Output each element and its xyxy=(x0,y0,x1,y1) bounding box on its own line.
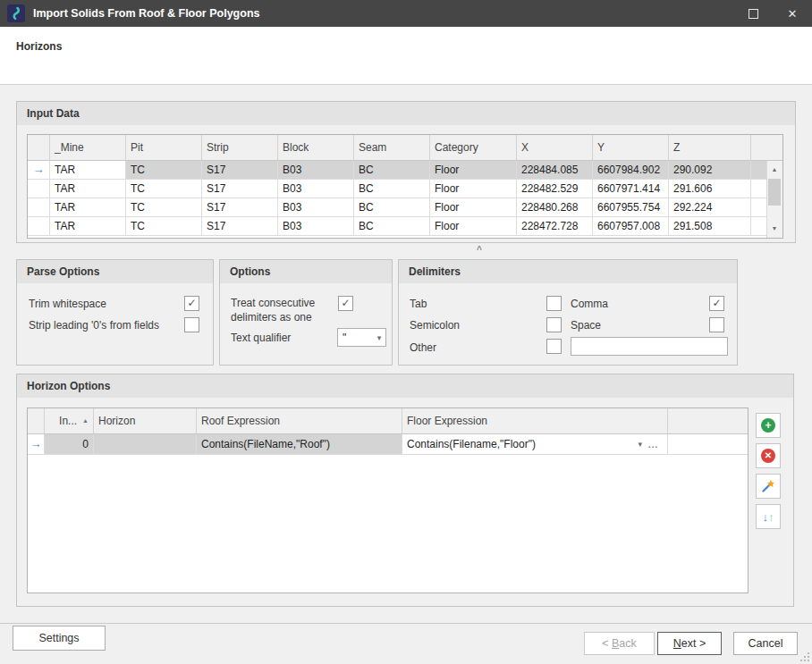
input-column-header[interactable]: Seam xyxy=(354,135,430,161)
table-cell[interactable]: B03 xyxy=(278,198,354,217)
input-table-row[interactable]: TARTCS17B03BCFloor228480.2686607955.7542… xyxy=(28,198,782,217)
table-cell[interactable]: 228482.529 xyxy=(517,180,593,198)
table-cell[interactable]: S17 xyxy=(202,180,278,198)
table-cell[interactable]: 228484.085 xyxy=(517,161,593,180)
parse-options-group: Parse Options Trim whitespace ✓ Strip le… xyxy=(16,259,214,366)
index-cell[interactable]: 0 xyxy=(45,434,94,455)
input-header-indicator xyxy=(28,135,50,161)
roof-expression-cell[interactable]: Contains(FileName,"Roof") xyxy=(197,434,402,455)
input-column-header[interactable]: X xyxy=(517,135,593,161)
table-cell[interactable]: 292.224 xyxy=(669,198,751,217)
input-table-row[interactable]: TARTCS17B03BCFloor228472.7286607957.0082… xyxy=(28,217,782,236)
space-checkbox[interactable] xyxy=(709,317,724,332)
sort-ascending-icon: ▲ xyxy=(82,417,89,424)
options-group-title: Options xyxy=(220,260,392,283)
delete-row-button[interactable]: ✕ xyxy=(756,443,781,468)
table-cell[interactable]: Floor xyxy=(430,180,517,198)
table-cell[interactable]: B03 xyxy=(278,161,354,180)
ellipsis-button[interactable]: … xyxy=(647,434,663,454)
input-table-row[interactable]: →TARTCS17B03BCFloor228484.0856607984.902… xyxy=(28,161,782,180)
auto-generate-button[interactable] xyxy=(756,474,781,499)
scroll-up-icon[interactable]: ▲ xyxy=(767,163,782,177)
options-group: Options Treat consecutive delimiters as … xyxy=(219,259,393,366)
input-column-header[interactable]: Z xyxy=(669,135,751,161)
semicolon-label: Semicolon xyxy=(410,319,460,332)
table-cell[interactable]: BC xyxy=(354,161,430,180)
table-cell[interactable]: 228472.728 xyxy=(517,217,593,236)
input-table-row[interactable]: TARTCS17B03BCFloor228482.5296607971.4142… xyxy=(28,180,782,198)
close-icon: ✕ xyxy=(788,7,798,21)
table-cell[interactable]: B03 xyxy=(278,217,354,236)
input-column-header[interactable]: Strip xyxy=(202,135,278,161)
table-cell[interactable]: TAR xyxy=(50,198,126,217)
close-button[interactable]: ✕ xyxy=(773,0,812,27)
horizon-column-roof[interactable]: Roof Expression xyxy=(197,408,402,434)
input-table[interactable]: _MinePitStripBlockSeamCategoryXYZ →TARTC… xyxy=(27,134,783,239)
chevron-down-icon[interactable]: ▾ xyxy=(632,434,647,454)
horizon-cell[interactable] xyxy=(94,434,197,455)
table-cell[interactable]: 291.606 xyxy=(669,180,751,198)
table-cell[interactable]: TC xyxy=(126,217,202,236)
input-table-header-row: _MinePitStripBlockSeamCategoryXYZ xyxy=(28,135,782,161)
scroll-thumb[interactable] xyxy=(768,179,781,206)
table-cell[interactable]: TAR xyxy=(50,180,126,198)
add-row-button[interactable]: + xyxy=(756,413,781,438)
table-cell[interactable]: TAR xyxy=(50,217,126,236)
current-row-indicator: → xyxy=(28,434,45,455)
table-cell[interactable]: Floor xyxy=(430,198,517,217)
other-checkbox[interactable] xyxy=(546,339,562,354)
text-qualifier-combobox[interactable]: " ▾ xyxy=(337,328,386,347)
maximize-button[interactable] xyxy=(733,0,773,27)
table-cell[interactable]: B03 xyxy=(278,180,354,198)
input-column-header[interactable]: Pit xyxy=(126,135,202,161)
table-cell[interactable]: S17 xyxy=(202,161,278,180)
table-cell[interactable]: 228480.268 xyxy=(517,198,593,217)
table-cell[interactable]: 6607984.902 xyxy=(593,161,669,180)
scroll-down-icon[interactable]: ▼ xyxy=(767,222,782,236)
table-cell[interactable]: TC xyxy=(126,161,202,180)
input-column-header[interactable]: Block xyxy=(278,135,354,161)
trim-whitespace-checkbox[interactable]: ✓ xyxy=(184,296,199,311)
table-cell[interactable]: Floor xyxy=(430,161,517,180)
table-cell[interactable]: BC xyxy=(354,198,430,217)
move-up-icon: ↑ xyxy=(768,510,774,524)
table-cell[interactable]: Floor xyxy=(430,217,517,236)
table-cell[interactable]: S17 xyxy=(202,217,278,236)
input-column-header[interactable]: Category xyxy=(430,135,517,161)
table-cell[interactable]: BC xyxy=(354,180,430,198)
table-cell[interactable]: 291.508 xyxy=(669,217,751,236)
strip-zeros-checkbox[interactable] xyxy=(184,317,199,332)
treat-consecutive-label: Treat consecutive delimiters as one xyxy=(231,296,331,324)
resize-grip[interactable] xyxy=(799,651,810,662)
table-cell[interactable]: 6607957.008 xyxy=(593,217,669,236)
semicolon-checkbox[interactable] xyxy=(546,317,562,332)
horizon-row[interactable]: → 0 Contains(FileName,"Roof") Contains(F… xyxy=(28,434,748,455)
move-rows-button[interactable]: ↓↑ xyxy=(756,504,781,529)
table-cell[interactable]: TAR xyxy=(50,161,126,180)
table-cell[interactable]: BC xyxy=(354,217,430,236)
floor-expression-editor[interactable]: Contains(Filename,"Floor") ▾ … xyxy=(402,434,668,455)
cancel-button[interactable]: Cancel xyxy=(733,632,798,655)
splitter-collapse-icon[interactable]: ^ xyxy=(477,245,482,255)
table-cell[interactable]: 6607971.414 xyxy=(593,180,669,198)
input-table-vscrollbar[interactable]: ▲ ▼ xyxy=(766,161,782,238)
table-cell[interactable]: TC xyxy=(126,180,202,198)
table-cell[interactable]: S17 xyxy=(202,198,278,217)
other-delimiter-input[interactable] xyxy=(571,337,728,356)
settings-button[interactable]: Settings xyxy=(13,626,106,651)
input-table-body: →TARTCS17B03BCFloor228484.0856607984.902… xyxy=(28,161,782,236)
horizon-table[interactable]: In...▲ Horizon Roof Expression Floor Exp… xyxy=(27,408,749,593)
treat-consecutive-checkbox[interactable]: ✓ xyxy=(338,296,353,311)
next-button[interactable]: Next > xyxy=(657,632,722,655)
horizon-column-horizon[interactable]: Horizon xyxy=(94,408,197,434)
input-column-header[interactable]: _Mine xyxy=(50,135,126,161)
comma-checkbox[interactable]: ✓ xyxy=(709,296,724,311)
input-column-header[interactable]: Y xyxy=(593,135,669,161)
tab-checkbox[interactable] xyxy=(546,296,562,311)
horizon-column-floor[interactable]: Floor Expression xyxy=(402,408,668,434)
table-cell[interactable]: TC xyxy=(126,198,202,217)
horizon-column-index[interactable]: In...▲ xyxy=(45,408,94,434)
back-button[interactable]: < Back xyxy=(584,632,655,655)
table-cell[interactable]: 290.092 xyxy=(669,161,751,180)
table-cell[interactable]: 6607955.754 xyxy=(593,198,669,217)
